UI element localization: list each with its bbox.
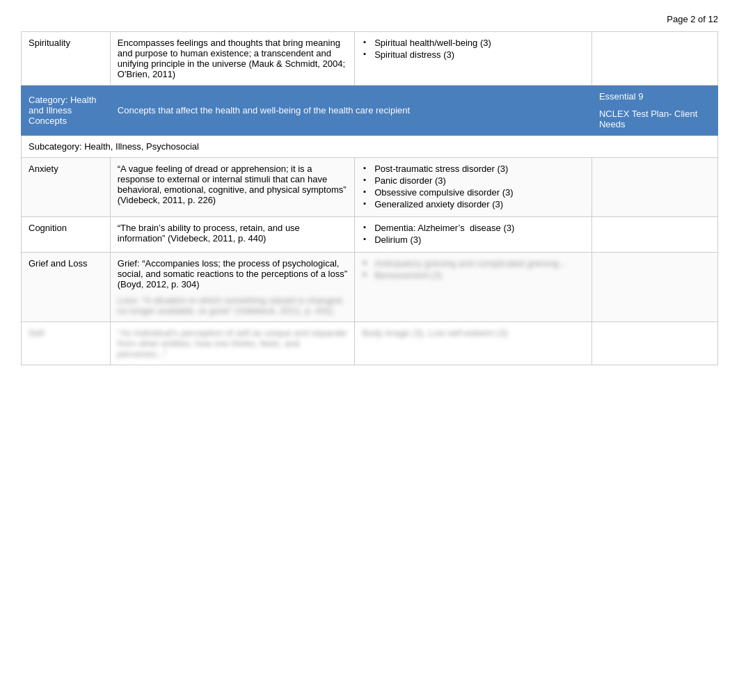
- anxiety-row: Anxiety “A vague feeling of dread or app…: [22, 158, 718, 217]
- anxiety-exemplars: Post-traumatic stress disorder (3) Panic…: [355, 158, 592, 217]
- blurred-definition-text: "An individual's perception of self as u…: [118, 328, 347, 359]
- cognition-definition: “The brain’s ability to process, retain,…: [110, 217, 354, 253]
- category-header-row: Category: Health and Illness Concepts Co…: [22, 86, 718, 136]
- category-essential: Essential 9 NCLEX Test Plan- Client Need…: [591, 86, 717, 136]
- blurred-definition: "An individual's perception of self as u…: [110, 322, 354, 365]
- blurred-concept-text: Self: [29, 328, 44, 338]
- subcategory-label: Subcategory: Health, Illness, Psychosoci…: [22, 136, 718, 158]
- blurred-exemplars-text: Body image (3), Low self-esteem (3): [362, 328, 508, 338]
- exemplar-item: Dementia: Alzheimer’s disease (3): [362, 223, 585, 233]
- spirituality-row: Spirituality Encompasses feelings and th…: [22, 32, 718, 86]
- page-number: Page 2 of 12: [21, 14, 718, 24]
- grief-concept: Grief and Loss: [22, 253, 111, 322]
- grief-essential: [591, 253, 717, 322]
- exemplar-item: Generalized anxiety disorder (3): [362, 199, 585, 209]
- spirituality-essential: [591, 32, 717, 86]
- exemplar-item: Spiritual health/well-being (3): [362, 38, 585, 48]
- exemplar-item-blurred: Anticipatory grieving and complicated gr…: [362, 258, 585, 269]
- cognition-exemplars: Dementia: Alzheimer’s disease (3) Deliri…: [355, 217, 592, 253]
- blurred-exemplars: Body image (3), Low self-esteem (3): [355, 322, 592, 365]
- exemplar-item: Delirium (3): [362, 234, 585, 245]
- spirituality-concept: Spirituality: [22, 32, 111, 86]
- anxiety-definition: “A vague feeling of dread or apprehensio…: [110, 158, 354, 217]
- category-description: Concepts that affect the health and well…: [110, 86, 591, 136]
- subcategory-row: Subcategory: Health, Illness, Psychosoci…: [22, 136, 718, 158]
- spirituality-definition: Encompasses feelings and thoughts that b…: [110, 32, 354, 86]
- blurred-concept: Self: [22, 322, 111, 365]
- grief-exemplars: Anticipatory grieving and complicated gr…: [355, 253, 592, 322]
- exemplar-item: Post-traumatic stress disorder (3): [362, 164, 585, 174]
- category-label-text: Category: Health and Illness Concepts: [29, 95, 97, 126]
- blurred-essential: [591, 322, 717, 365]
- grief-definition: Grief: “Accompanies loss; the process of…: [110, 253, 354, 322]
- spirituality-exemplars: Spiritual health/well-being (3) Spiritua…: [355, 32, 592, 86]
- exemplar-item: Panic disorder (3): [362, 175, 585, 186]
- category-label: Category: Health and Illness Concepts: [22, 86, 111, 136]
- anxiety-essential: [591, 158, 717, 217]
- cognition-concept: Cognition: [22, 217, 111, 253]
- main-table: Spirituality Encompasses feelings and th…: [21, 31, 718, 365]
- essential-label: Essential 9: [599, 91, 710, 102]
- grief-definition-blurred: Loss: "A situation in which something va…: [118, 295, 347, 316]
- nclex-label: NCLEX Test Plan- Client Needs: [599, 109, 710, 129]
- exemplar-item: Spiritual distress (3): [362, 49, 585, 60]
- anxiety-concept: Anxiety: [22, 158, 111, 217]
- exemplar-item: Obsessive compulsive disorder (3): [362, 187, 585, 198]
- cognition-essential: [591, 217, 717, 253]
- cognition-row: Cognition “The brain’s ability to proces…: [22, 217, 718, 253]
- exemplar-item-blurred: Bereavement (3): [362, 270, 585, 280]
- page-container: Page 2 of 12 Spirituality Encompasses fe…: [0, 0, 739, 379]
- grief-definition-main: Grief: “Accompanies loss; the process of…: [118, 258, 347, 289]
- grief-row: Grief and Loss Grief: “Accompanies loss;…: [22, 253, 718, 322]
- blurred-bottom-row: Self "An individual's perception of self…: [22, 322, 718, 365]
